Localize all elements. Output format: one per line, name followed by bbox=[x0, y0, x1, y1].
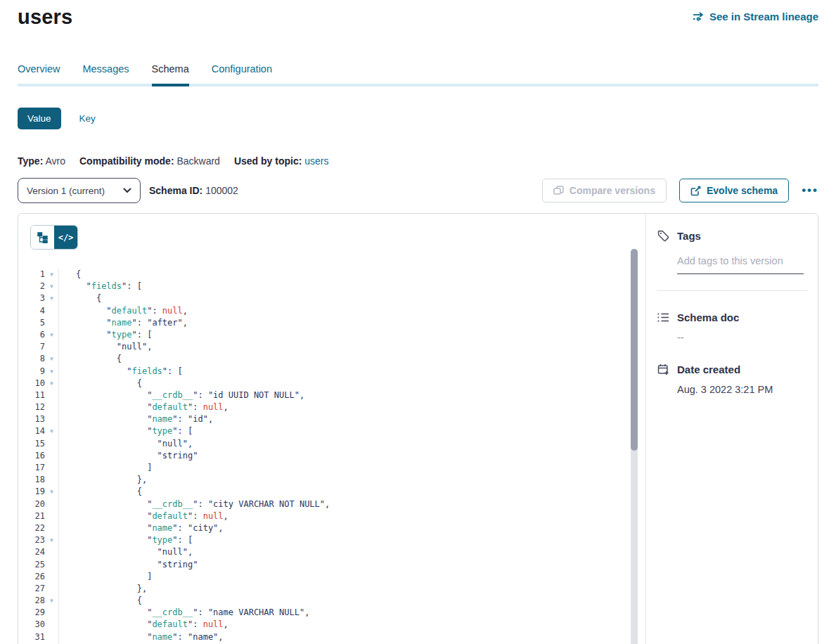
collapse-arrow-icon[interactable]: ▼ bbox=[45, 595, 58, 607]
value-toggle-button[interactable]: Value bbox=[18, 108, 61, 129]
collapse-arrow-icon[interactable]: ▼ bbox=[45, 425, 58, 437]
code-line-text: "name": "after", bbox=[58, 317, 645, 329]
collapse-arrow-icon bbox=[45, 413, 58, 425]
code-line-text: { bbox=[58, 269, 645, 281]
code-line-text: "default": null, bbox=[58, 510, 645, 522]
code-line: 4 "default": null, bbox=[18, 305, 645, 317]
code-line: 31 "name": "name", bbox=[18, 631, 645, 643]
collapse-arrow-icon[interactable]: ▼ bbox=[45, 329, 58, 341]
line-number: 4 bbox=[18, 305, 45, 317]
collapse-arrow-icon[interactable]: ▼ bbox=[45, 269, 58, 281]
line-number: 15 bbox=[18, 438, 45, 450]
line-number: 8 bbox=[18, 353, 45, 365]
code-line: 25 "string" bbox=[18, 559, 645, 571]
compare-versions-label: Compare versions bbox=[570, 185, 655, 196]
code-line-text: "type": [ bbox=[58, 534, 645, 546]
collapse-arrow-icon bbox=[45, 450, 58, 462]
editor-scrollbar-thumb[interactable] bbox=[631, 249, 638, 451]
code-line-text: { bbox=[58, 378, 645, 389]
date-created-value: Aug. 3 2022 3:21 PM bbox=[677, 384, 808, 395]
tabs-underline bbox=[18, 84, 818, 86]
code-line: 11 "__crdb__": "id UUID NOT NULL", bbox=[18, 389, 645, 401]
line-number: 30 bbox=[18, 619, 45, 631]
compare-versions-icon bbox=[553, 186, 564, 195]
code-line-text: { bbox=[58, 595, 645, 607]
collapse-arrow-icon bbox=[45, 631, 58, 643]
date-created-section: Date created Aug. 3 2022 3:21 PM bbox=[657, 363, 808, 395]
code-line: 7 "null", bbox=[18, 341, 645, 353]
more-actions-button[interactable]: ••• bbox=[802, 183, 818, 198]
collapse-arrow-icon bbox=[45, 583, 58, 595]
schema-doc-section: Schema doc -- bbox=[657, 311, 808, 343]
collapse-arrow-icon[interactable]: ▼ bbox=[45, 534, 58, 546]
tree-view-button[interactable] bbox=[31, 226, 54, 249]
code-view-button[interactable]: </> bbox=[54, 226, 77, 249]
code-line: 18 }, bbox=[18, 474, 645, 486]
code-line-text: "__crdb__": "id UUID NOT NULL", bbox=[58, 389, 645, 401]
code-line: 16 "string" bbox=[18, 450, 645, 462]
tab-overview[interactable]: Overview bbox=[18, 63, 60, 84]
topic-label: Used by topic: bbox=[234, 155, 302, 167]
stream-lineage-link[interactable]: See in Stream lineage bbox=[693, 11, 818, 22]
collapse-arrow-icon[interactable]: ▼ bbox=[45, 353, 58, 365]
code-line: 30 "default": null, bbox=[18, 619, 645, 631]
collapse-arrow-icon bbox=[45, 474, 58, 486]
tags-heading: Tags bbox=[657, 230, 808, 242]
line-number: 29 bbox=[18, 607, 45, 619]
compare-versions-button[interactable]: Compare versions bbox=[542, 179, 667, 202]
code-line: 3▼ { bbox=[18, 292, 645, 304]
code-line: 28▼ { bbox=[18, 595, 645, 607]
editor-scrollbar-track[interactable] bbox=[631, 249, 638, 644]
schema-editor: </> 1▼{2▼ "fields": [3▼ {4 "default": nu… bbox=[18, 214, 645, 644]
tab-bar: Overview Messages Schema Configuration bbox=[18, 63, 818, 86]
code-line: 17 ] bbox=[18, 462, 645, 474]
collapse-arrow-icon[interactable]: ▼ bbox=[45, 366, 58, 378]
line-number: 27 bbox=[18, 583, 45, 595]
line-number: 6 bbox=[18, 329, 45, 341]
code-line: 13 "name": "id", bbox=[18, 413, 645, 425]
code-line: 24 "null", bbox=[18, 546, 645, 558]
code-editor-content[interactable]: 1▼{2▼ "fields": [3▼ {4 "default": null,5… bbox=[18, 269, 645, 644]
version-select-value: Version 1 (current) bbox=[27, 186, 105, 196]
key-toggle-link[interactable]: Key bbox=[79, 113, 96, 124]
code-line-text: "null", bbox=[58, 546, 645, 558]
code-line-text: "string" bbox=[58, 559, 645, 571]
line-number: 14 bbox=[18, 425, 45, 437]
line-number: 19 bbox=[18, 486, 45, 498]
collapse-arrow-icon[interactable]: ▼ bbox=[45, 378, 58, 389]
code-line-text: "name": "city", bbox=[58, 522, 645, 534]
code-line-text: "null", bbox=[58, 438, 645, 450]
tab-schema[interactable]: Schema bbox=[152, 63, 189, 84]
tab-configuration[interactable]: Configuration bbox=[212, 63, 272, 84]
code-line-text: { bbox=[58, 486, 645, 498]
topic-link[interactable]: users bbox=[304, 155, 328, 167]
evolve-schema-button[interactable]: Evolve schema bbox=[679, 179, 789, 202]
schema-doc-heading-label: Schema doc bbox=[677, 311, 739, 323]
collapse-arrow-icon bbox=[45, 341, 58, 353]
collapse-arrow-icon[interactable]: ▼ bbox=[45, 292, 58, 304]
tags-input[interactable] bbox=[677, 254, 804, 274]
page-title: users bbox=[18, 6, 72, 29]
line-number: 18 bbox=[18, 474, 45, 486]
code-line-text: "__crdb__": "name VARCHAR NULL", bbox=[58, 607, 645, 619]
compatibility-mode: Compatibility mode: Backward bbox=[79, 155, 220, 167]
line-number: 3 bbox=[18, 292, 45, 304]
version-select[interactable]: Version 1 (current) bbox=[18, 178, 141, 203]
code-line-text: "default": null, bbox=[58, 619, 645, 631]
tab-messages[interactable]: Messages bbox=[82, 63, 129, 84]
code-line-text: "fields": [ bbox=[58, 281, 645, 292]
line-number: 24 bbox=[18, 546, 45, 558]
collapse-arrow-icon bbox=[45, 462, 58, 474]
collapse-arrow-icon[interactable]: ▼ bbox=[45, 281, 58, 292]
code-line: 20 "__crdb__": "city VARCHAR NOT NULL", bbox=[18, 498, 645, 510]
line-number: 9 bbox=[18, 366, 45, 378]
collapse-arrow-icon[interactable]: ▼ bbox=[45, 486, 58, 498]
schema-target-toggle: Value Key bbox=[18, 108, 96, 129]
stream-lineage-icon bbox=[693, 12, 705, 22]
collapse-arrow-icon bbox=[45, 522, 58, 534]
code-line-text: }, bbox=[58, 474, 645, 486]
code-line-text: { bbox=[58, 292, 645, 304]
tags-heading-label: Tags bbox=[677, 230, 701, 242]
code-line: 19▼ { bbox=[18, 486, 645, 498]
tag-icon bbox=[657, 230, 669, 242]
